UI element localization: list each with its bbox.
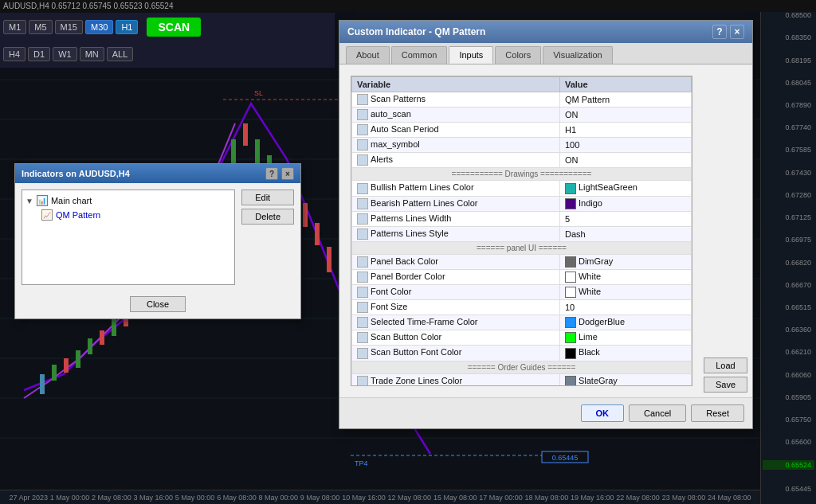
tab-colors[interactable]: Colors (495, 46, 541, 64)
date-scale: 27 Apr 2023 1 May 00:00 2 May 08:00 3 Ma… (0, 490, 760, 504)
svg-text:SL: SL (254, 89, 263, 97)
table-row: Patterns Lines Width5 (352, 211, 692, 226)
table-row: Selected Time-Frame ColorDodgerBlue (352, 315, 692, 330)
custom-indicator-dialog: Custom Indicator - QM Pattern ? × About … (339, 20, 753, 429)
row-icon (357, 317, 368, 328)
tree-main-chart[interactable]: ▼ 📊 Main chart (26, 193, 231, 208)
svg-rect-28 (243, 123, 248, 146)
tab-visualization[interactable]: Visualization (543, 46, 613, 64)
side-buttons: Load Save (699, 69, 747, 393)
tree-qm-pattern[interactable]: 📈 QM Pattern (26, 208, 231, 222)
row-icon (357, 109, 368, 120)
indicators-dialog-controls: ? × (265, 167, 294, 180)
row-icon (357, 154, 368, 166)
indicators-tree: ▼ 📊 Main chart 📈 QM Pattern (22, 189, 235, 285)
cancel-button[interactable]: Cancel (629, 404, 686, 422)
row-icon (357, 256, 368, 268)
tab-inputs[interactable]: Inputs (449, 46, 493, 64)
color-swatch (565, 198, 576, 209)
table-row: Scan Button ColorLime (352, 330, 692, 346)
table-row: max_symbol100 (352, 138, 692, 153)
indicator-icon: 📈 (41, 209, 53, 221)
reset-button[interactable]: Reset (691, 404, 744, 422)
color-swatch (565, 376, 576, 386)
color-swatch (565, 256, 576, 268)
indicators-help-icon[interactable]: ? (265, 167, 278, 180)
price-scale: 0.68500 0.68350 0.68195 0.68045 0.67890 … (760, 0, 816, 504)
custom-close-icon[interactable]: × (730, 25, 744, 39)
ok-button[interactable]: OK (581, 404, 625, 422)
tf-d1[interactable]: D1 (28, 47, 50, 61)
svg-rect-11 (40, 374, 45, 394)
load-button[interactable]: Load (704, 357, 747, 373)
edit-button[interactable]: Edit (241, 189, 294, 205)
table-row: ====== Order Guides ====== (352, 361, 692, 373)
tab-about[interactable]: About (346, 46, 390, 64)
table-row: Panel Border ColorWhite (352, 269, 692, 284)
delete-button[interactable]: Delete (241, 209, 294, 225)
tf-w1[interactable]: W1 (53, 47, 77, 61)
indicators-close-button[interactable]: Close (130, 296, 186, 312)
svg-text:0.65445: 0.65445 (552, 454, 579, 462)
tf-all[interactable]: ALL (107, 47, 134, 61)
expand-icon: ▼ (26, 197, 33, 205)
table-row: Font Size10 (352, 300, 692, 315)
tf-h4[interactable]: H4 (3, 47, 26, 61)
bottom-buttons: OK Cancel Reset (339, 397, 752, 428)
indicators-close-row: Close (15, 291, 300, 318)
scan-button[interactable]: SCAN (147, 18, 201, 37)
tf-m30[interactable]: M30 (85, 20, 113, 34)
custom-dialog-tabs: About Common Inputs Colors Visualization (339, 43, 752, 64)
row-icon (357, 94, 368, 105)
indicators-close-icon[interactable]: × (281, 167, 294, 180)
row-icon (357, 139, 368, 150)
row-icon (357, 376, 368, 386)
color-swatch (565, 287, 576, 298)
svg-rect-12 (52, 365, 57, 381)
tf-h1[interactable]: H1 (116, 20, 138, 34)
row-icon (357, 332, 368, 343)
indicators-dialog-title: Indicators on AUDUSD,H4 ? × (15, 164, 300, 183)
indicators-content: ▼ 📊 Main chart 📈 QM Pattern Edit Delete (15, 183, 300, 291)
tf-m1[interactable]: M1 (3, 20, 26, 34)
table-row: AlertsON (352, 153, 692, 168)
svg-rect-35 (327, 247, 332, 272)
row-icon (357, 302, 368, 313)
svg-rect-17 (112, 318, 116, 336)
table-row: Scan PatternsQM Pattern (352, 92, 692, 107)
row-icon (357, 287, 368, 298)
table-row: Bearish Pattern Lines ColorIndigo (352, 196, 692, 211)
tf-m15[interactable]: M15 (55, 20, 83, 34)
row-icon (357, 124, 368, 135)
table-row: Auto Scan PeriodH1 (352, 123, 692, 138)
table-row: Panel Back ColorDimGray (352, 254, 692, 269)
color-swatch (565, 332, 576, 343)
custom-help-icon[interactable]: ? (712, 25, 727, 39)
svg-text:TP4: TP4 (355, 459, 368, 467)
inputs-table-scroll: Variable Value Scan PatternsQM Patternau… (351, 76, 692, 386)
color-swatch (565, 317, 576, 328)
svg-rect-13 (64, 358, 69, 373)
row-icon (357, 183, 368, 194)
svg-rect-29 (255, 139, 260, 163)
svg-rect-15 (88, 338, 92, 354)
save-button[interactable]: Save (704, 377, 747, 393)
svg-rect-16 (100, 330, 104, 345)
toolbar: M1 M5 M15 M30 H1 SCAN (0, 13, 335, 41)
tf-mn[interactable]: MN (80, 47, 104, 61)
color-swatch (565, 272, 576, 283)
svg-rect-14 (76, 350, 80, 368)
table-row: Bullish Pattern Lines ColorLightSeaGreen (352, 181, 692, 196)
chart-icon: 📊 (37, 195, 48, 206)
table-row: ====== panel UI ====== (352, 241, 692, 254)
tab-common[interactable]: Common (391, 46, 448, 64)
table-row: auto_scanON (352, 107, 692, 123)
svg-rect-33 (303, 203, 308, 227)
table-row: Scan Button Font ColorBlack (352, 346, 692, 361)
table-row: Patterns Lines StyleDash (352, 226, 692, 241)
row-icon (357, 198, 368, 209)
color-swatch (565, 183, 576, 194)
tf-m5[interactable]: M5 (29, 20, 52, 34)
row-icon (357, 272, 368, 283)
svg-rect-34 (315, 223, 320, 245)
